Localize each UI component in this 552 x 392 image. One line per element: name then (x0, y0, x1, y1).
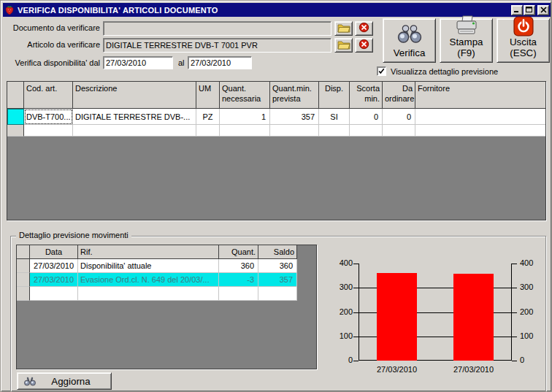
articles-empty-cell[interactable] (319, 125, 350, 137)
aggiorna-button[interactable]: Aggiorna (17, 372, 112, 390)
articles-header-um[interactable]: UM (196, 82, 220, 109)
movimenti-grid[interactable]: Data Rif. Quant. Saldo 27/03/2010 Dispon… (16, 245, 317, 369)
aggiorna-button-label: Aggiorna (37, 376, 105, 387)
stampa-button[interactable]: Stampa (F9) (440, 18, 493, 63)
data-al-input[interactable]: 27/03/2010 (188, 56, 252, 69)
articles-empty-cell[interactable] (383, 125, 415, 137)
visualizza-dettaglio-label: Visualizza dettaglio previsione (391, 67, 498, 76)
articles-cell-da-ordinare[interactable]: 0 (383, 109, 415, 125)
articolo-browse-button[interactable] (334, 38, 353, 53)
app-strawberry-icon (4, 5, 15, 15)
articles-cell-scorta-min[interactable]: 0 (350, 109, 383, 125)
articles-cell-um[interactable]: PZ (196, 109, 220, 125)
documento-clear-button[interactable] (355, 21, 373, 36)
articles-header-descrizione[interactable]: Descrizione (73, 82, 196, 109)
movimenti-cell-quant[interactable]: -3 (219, 273, 258, 287)
chart-y-axis-label: 400 (331, 258, 353, 267)
chart-tick (353, 361, 359, 361)
articles-header-disp[interactable]: Disp. (319, 82, 350, 109)
documento-input[interactable] (103, 21, 331, 36)
close-button[interactable] (537, 5, 549, 15)
binoculars-icon (388, 20, 431, 47)
movimenti-empty-cell[interactable] (78, 287, 219, 301)
articles-cell-disp[interactable]: SI (319, 109, 350, 125)
movimenti-empty-cell[interactable] (30, 287, 78, 301)
articles-cell-fornitore[interactable] (415, 109, 545, 125)
movimenti-cell-quant[interactable]: 360 (219, 259, 258, 273)
articles-cell-descrizione[interactable]: DIGITALE TERRESTRE DVB-... (73, 109, 196, 125)
clear-circle-x-icon (359, 22, 369, 33)
chart-y-axis-label: 0 (520, 356, 542, 364)
articles-row-selector[interactable] (7, 109, 24, 125)
maximize-button[interactable] (524, 5, 535, 15)
checkbox-checked[interactable] (377, 66, 386, 76)
articles-empty-cell[interactable] (24, 125, 73, 137)
movimenti-header-saldo[interactable]: Saldo (258, 245, 297, 259)
articles-empty-cell[interactable] (350, 125, 383, 137)
movimenti-empty-cell[interactable] (219, 287, 258, 301)
chart-y-axis-label: 200 (520, 307, 542, 316)
articles-header-scorta-min[interactable]: Scorta min. (350, 82, 383, 109)
articolo-label: Articolo da verificare (7, 40, 100, 49)
articles-cell-quant-necessaria[interactable]: 1 (220, 109, 270, 125)
chart-y-axis-label: 300 (331, 283, 353, 291)
articles-empty-cell[interactable] (73, 125, 196, 137)
movimenti-cell-rif[interactable]: Disponibilita' attuale (78, 259, 219, 273)
movimenti-header-selector (17, 245, 30, 259)
movimenti-header-quant[interactable]: Quant. (219, 245, 258, 259)
articles-header-quant-necessaria[interactable]: Quant. necessaria (220, 82, 270, 109)
movimenti-cell-data[interactable]: 27/03/2010 (30, 273, 78, 287)
articles-header-quant-min-prevista[interactable]: Quant.min. prevista (270, 82, 319, 109)
power-exit-icon (502, 16, 545, 36)
documento-browse-button[interactable] (334, 21, 353, 36)
movimenti-cell-rif[interactable]: Evasione Ord.cl. N. 649 del 20/03/... (78, 273, 219, 287)
chart-tick (512, 288, 517, 288)
check-icon (378, 68, 385, 74)
clear-circle-x-icon (359, 39, 369, 50)
close-icon (540, 7, 547, 13)
articles-header-da-ordinare[interactable]: Da ordinare (383, 82, 415, 109)
verifica-button[interactable]: Verifica (383, 18, 436, 63)
movimenti-empty-cell[interactable] (258, 287, 297, 301)
chart-y-axis-label: 400 (520, 258, 542, 267)
movimenti-header-rif[interactable]: Rif. (78, 245, 219, 259)
articles-cell-quant-min-prevista[interactable]: 357 (270, 109, 319, 125)
binoculars-small-icon (23, 377, 37, 386)
articolo-clear-button[interactable] (355, 38, 373, 53)
chart-y-axis-label: 100 (331, 331, 353, 340)
articles-header-selector (7, 82, 24, 109)
articles-empty-cell[interactable] (270, 125, 319, 137)
chart-tick (353, 337, 359, 337)
chart-y-axis-label: 0 (331, 356, 353, 364)
articles-grid[interactable]: Cod. art. Descrizione UM Quant. necessar… (7, 81, 546, 220)
chart-tick (353, 312, 359, 313)
articles-empty-row-selector[interactable] (7, 125, 24, 137)
movimenti-cell-saldo[interactable]: 360 (258, 259, 297, 273)
documento-label: Documento da verificare (7, 23, 100, 32)
articles-cell-cod-art[interactable]: DVB-T700... (24, 109, 73, 125)
movimenti-cell-saldo[interactable]: 357 (258, 273, 297, 287)
articolo-input[interactable]: DIGITALE TERRESTRE DVB-T 7001 PVR (103, 38, 331, 53)
minimize-button[interactable] (511, 5, 523, 15)
movimenti-header-data[interactable]: Data (30, 245, 78, 259)
chart-y-axis-label: 200 (331, 307, 353, 316)
movimenti-row-selector[interactable] (17, 273, 30, 287)
movimenti-row-selector[interactable] (17, 287, 30, 301)
visualizza-dettaglio-option[interactable]: Visualizza dettaglio previsione (377, 66, 498, 76)
articles-empty-cell[interactable] (196, 125, 220, 137)
movimenti-row-selector[interactable] (17, 259, 30, 273)
articles-header-fornitore[interactable]: Fornitore (415, 82, 545, 109)
chart-tick (512, 264, 517, 264)
verifica-dal-label: Verifica disponibilita' dal (1, 58, 100, 67)
movimenti-cell-data[interactable]: 27/03/2010 (30, 259, 78, 273)
verifica-disponibilita-window: VERIFICA DISPONIBILITA' ARTICOLI DOCUMEN… (0, 0, 552, 392)
articles-empty-cell[interactable] (415, 125, 545, 137)
chart-tick (512, 312, 517, 313)
uscita-button[interactable]: Uscita (ESC) (497, 18, 550, 63)
availability-bar-chart: 0010010020020030030040040027/03/201027/0… (331, 258, 551, 389)
minimize-icon (513, 7, 521, 13)
data-dal-input[interactable]: 27/03/2010 (103, 56, 173, 69)
chart-tick (353, 264, 359, 264)
articles-header-cod-art[interactable]: Cod. art. (24, 82, 73, 109)
articles-empty-cell[interactable] (220, 125, 270, 137)
